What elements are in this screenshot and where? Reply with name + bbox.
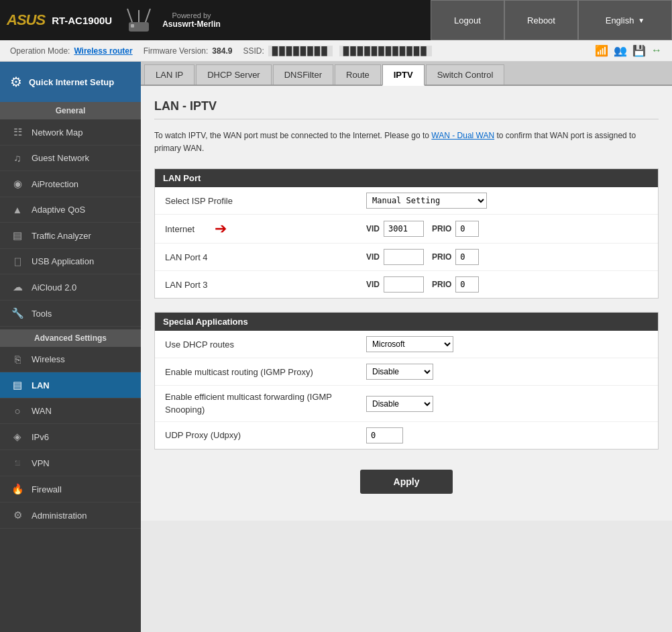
lan3-vid-input[interactable]	[384, 276, 424, 293]
multicast-routing-select[interactable]: Disable Enable	[366, 364, 433, 380]
sidebar-general-header: General	[0, 102, 141, 119]
operation-mode-label: Operation Mode:	[10, 46, 70, 56]
form-row-udp-proxy: UDP Proxy (Udpxy)	[155, 422, 658, 449]
form-row-isp: Select ISP Profile Manual Setting NONE R…	[155, 187, 658, 215]
internet-vid-input[interactable]	[384, 221, 424, 237]
lan4-prio-input[interactable]	[455, 249, 479, 265]
ssid-value: ████████	[268, 46, 333, 56]
lan-port-section: LAN Port Select ISP Profile Manual Setti…	[154, 168, 659, 299]
lan3-prio-input[interactable]	[455, 276, 479, 293]
sidebar-item-ipv6[interactable]: ◈ IPv6	[0, 424, 141, 450]
multicast-routing-label: Enable multicast routing (IGMP Proxy)	[165, 367, 366, 377]
tab-lan-ip[interactable]: LAN IP	[144, 64, 194, 85]
info-text-part1: To watch IPTV, the WAN port must be conn…	[154, 131, 431, 140]
lan-label: LAN	[32, 380, 50, 390]
sidebar-advanced-header: Advanced Settings	[0, 329, 141, 347]
main-layout: ⚙ Quick Internet Setup General ☷ Network…	[0, 62, 672, 632]
guest-network-label: Guest Network	[32, 153, 89, 163]
aicloud-icon: ☁	[10, 281, 25, 293]
tab-switch-control[interactable]: Switch Control	[426, 64, 505, 85]
ssid-label: SSID:	[243, 46, 264, 56]
firewall-label: Firewall	[32, 484, 62, 494]
form-row-lan3: LAN Port 3 VID PRIO	[155, 271, 658, 298]
vid-label-lan4: VID	[366, 252, 380, 262]
usb-application-icon: ⎕	[10, 256, 25, 267]
header-buttons: Logout Reboot English ▼	[431, 0, 672, 40]
lan-icon: ▤	[10, 379, 25, 391]
sidebar-item-tools[interactable]: 🔧 Tools	[0, 301, 141, 327]
firewall-icon: 🔥	[10, 483, 25, 495]
lan4-vid-input[interactable]	[384, 249, 424, 265]
lan3-vid-prio: VID PRIO	[366, 276, 479, 293]
svg-line-4	[146, 9, 150, 22]
administration-label: Administration	[32, 511, 87, 521]
sidebar-item-administration[interactable]: ⚙ Administration	[0, 503, 141, 529]
status-icons: 📶 👥 💾 ↔	[595, 44, 662, 57]
share-icon: ↔	[651, 44, 662, 57]
sidebar-item-traffic-analyzer[interactable]: ▤ Traffic Analyzer	[0, 223, 141, 249]
network-map-icon: ☷	[10, 126, 25, 138]
users-icon: 👥	[614, 44, 627, 57]
sidebar-item-network-map[interactable]: ☷ Network Map	[0, 119, 141, 146]
language-button[interactable]: English ▼	[578, 0, 672, 40]
info-text: To watch IPTV, the WAN port must be conn…	[154, 129, 659, 155]
asus-logo: ASUS	[7, 11, 45, 29]
sidebar-item-wireless[interactable]: ⎘ Wireless	[0, 347, 141, 372]
multicast-snooping-label: Enable efficient multicast forwarding (I…	[165, 391, 366, 415]
adaptive-qos-label: Adaptive QoS	[32, 205, 85, 215]
sidebar-item-firewall[interactable]: 🔥 Firewall	[0, 476, 141, 503]
tab-iptv[interactable]: IPTV	[382, 64, 425, 86]
lan3-label: LAN Port 3	[165, 280, 366, 290]
dhcp-routes-select[interactable]: Microsoft No Yes	[366, 336, 453, 352]
wan-icon: ○	[10, 405, 25, 417]
model-name: RT-AC1900U	[52, 15, 112, 26]
tab-dhcp-server[interactable]: DHCP Server	[196, 64, 272, 85]
wan-label: WAN	[32, 406, 52, 416]
tools-icon: 🔧	[10, 307, 25, 319]
content-area: LAN IP DHCP Server DNSFilter Route IPTV …	[141, 62, 672, 632]
form-row-multicast-snooping: Enable efficient multicast forwarding (I…	[155, 386, 658, 421]
prio-label-lan4: PRIO	[432, 252, 451, 262]
isp-profile-select[interactable]: Manual Setting NONE Russia (L2TP) Russia…	[366, 193, 487, 209]
special-apps-header: Special Applications	[155, 313, 658, 331]
reboot-button[interactable]: Reboot	[504, 0, 578, 40]
tab-route[interactable]: Route	[335, 64, 381, 85]
traffic-analyzer-label: Traffic Analyzer	[32, 231, 91, 241]
ipv6-label: IPv6	[32, 432, 49, 442]
status-bar: Operation Mode: Wireless router Firmware…	[0, 40, 672, 62]
ipv6-icon: ◈	[10, 431, 25, 443]
traffic-analyzer-icon: ▤	[10, 229, 25, 242]
internet-prio-input[interactable]	[455, 221, 479, 237]
vid-label-lan3: VID	[366, 280, 380, 289]
sidebar-item-usb-application[interactable]: ⎕ USB Application	[0, 249, 141, 274]
sidebar-item-aiprotection[interactable]: ◉ AiProtection	[0, 171, 141, 197]
adaptive-qos-icon: ▲	[10, 204, 25, 215]
tab-dnsfilter[interactable]: DNSFilter	[273, 64, 333, 85]
dhcp-routes-label: Use DHCP routes	[165, 339, 366, 350]
lan4-label: LAN Port 4	[165, 252, 366, 262]
sidebar-item-lan[interactable]: ▤ LAN	[0, 372, 141, 399]
multicast-snooping-select[interactable]: Disable Enable	[366, 396, 433, 412]
sidebar-item-wan[interactable]: ○ WAN	[0, 399, 141, 424]
sidebar-item-guest-network[interactable]: ♫ Guest Network	[0, 146, 141, 171]
udp-proxy-input[interactable]	[366, 427, 403, 443]
usb-icon: 💾	[632, 44, 646, 57]
form-row-lan4: LAN Port 4 VID PRIO	[155, 244, 658, 271]
lan-port-header: LAN Port	[155, 169, 658, 187]
red-arrow-icon: ➔	[215, 220, 227, 238]
apply-button[interactable]: Apply	[360, 470, 453, 494]
mode-value[interactable]: Wireless router	[74, 46, 132, 56]
ssid-value-2: ████████████	[339, 46, 432, 56]
sidebar-item-aicloud[interactable]: ☁ AiCloud 2.0	[0, 274, 141, 301]
wifi-icon: 📶	[595, 44, 608, 57]
sidebar: ⚙ Quick Internet Setup General ☷ Network…	[0, 62, 141, 632]
wan-dual-wan-link[interactable]: WAN - Dual WAN	[431, 131, 494, 140]
sidebar-item-quick-setup[interactable]: ⚙ Quick Internet Setup	[0, 62, 141, 102]
sidebar-item-vpn[interactable]: ◾ VPN	[0, 450, 141, 476]
logout-button[interactable]: Logout	[431, 0, 504, 40]
sidebar-item-adaptive-qos[interactable]: ▲ Adaptive QoS	[0, 197, 141, 223]
firmware-value: 384.9	[212, 46, 232, 56]
guest-network-icon: ♫	[10, 152, 25, 164]
header: ASUS RT-AC1900U Powered by Asuswrt-Merli…	[0, 0, 672, 40]
svg-rect-1	[131, 24, 134, 28]
